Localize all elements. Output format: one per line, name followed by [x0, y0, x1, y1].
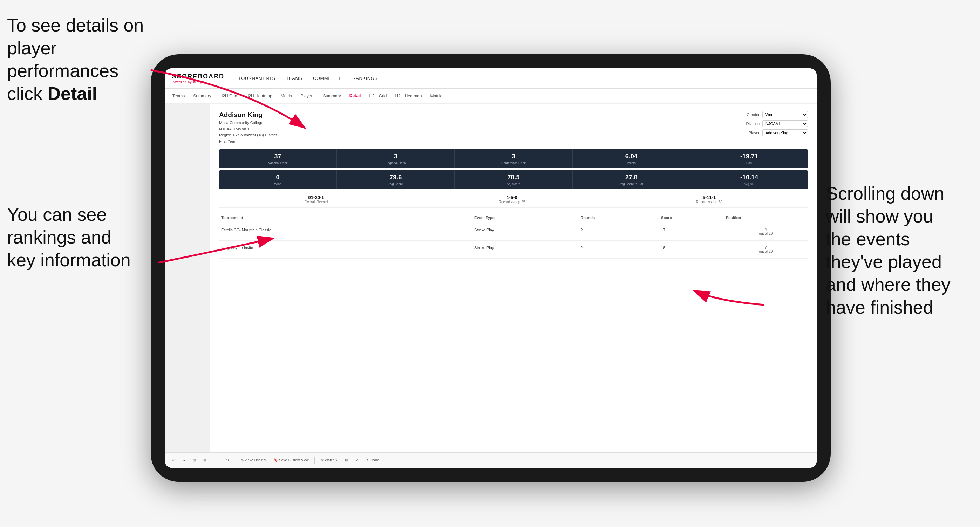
stat-conference-rank-label: Conference Rank	[457, 161, 569, 165]
stat-national-rank-value: 37	[222, 153, 334, 160]
save-custom-view-button[interactable]: 🔖 Save Custom View	[272, 457, 310, 463]
player-select[interactable]: Addison King	[762, 129, 808, 136]
event-type-2: Stroke Play	[472, 241, 578, 259]
fullscreen-button[interactable]: ⤢	[353, 457, 360, 463]
stat-avg-sg-label: Avg SG	[693, 182, 805, 186]
stat-wins-label: Wins	[222, 182, 334, 186]
sub-nav: Teams Summary H2H Grid H2H Heatmap Matri…	[165, 89, 817, 104]
record-overall-label: Overall Record	[305, 200, 328, 204]
tab-matrix[interactable]: Matrix	[280, 92, 293, 100]
tab-detail[interactable]: Detail	[349, 92, 362, 100]
player-label: Player	[740, 131, 759, 135]
main-panel: Addison King Mesa Community College NJCA…	[210, 104, 817, 452]
stat-points-label: Points	[576, 161, 687, 165]
nav-committee[interactable]: COMMITTEE	[313, 74, 342, 83]
col-tournament: Tournament	[219, 213, 454, 223]
annotation-topleft: To see details on player performances cl…	[7, 14, 154, 105]
position-1: 4 out of 20	[724, 223, 808, 241]
tab-h2h-grid[interactable]: H2H Grid	[219, 92, 238, 100]
tab-h2h-grid2[interactable]: H2H Grid	[368, 92, 387, 100]
annotation-bottomleft: You can see rankings and key information	[7, 203, 140, 271]
watch-button[interactable]: 👁 Watch ▾	[318, 457, 340, 463]
position-2: 7 out of 20	[724, 241, 808, 259]
rounds-2: 2	[578, 241, 659, 259]
separator-1	[235, 457, 235, 464]
stat-avg-sg-value: -10.14	[693, 174, 805, 181]
tool-btn-1[interactable]: ⊡	[191, 457, 198, 463]
tab-h2h-heatmap[interactable]: H2H Heatmap	[245, 92, 273, 100]
rounds-1: 2	[578, 223, 659, 241]
nav-teams[interactable]: TEAMS	[286, 74, 302, 83]
nav-tournaments[interactable]: TOURNAMENTS	[238, 74, 275, 83]
record-top50: 5-11-1 Record vs top 50	[696, 195, 723, 204]
score-1: 17	[659, 223, 724, 241]
tool-btn-3[interactable]: −+	[212, 457, 220, 463]
player-region: Region 1 - Southwest (18) District	[219, 132, 277, 138]
tab-players[interactable]: Players	[300, 92, 315, 100]
gender-control: Gender Women Men	[740, 111, 808, 118]
tab-teams[interactable]: Teams	[172, 92, 185, 100]
col-empty	[454, 213, 472, 223]
logo-sub: Powered by clippd	[172, 80, 224, 84]
nav-rankings[interactable]: RANKINGS	[352, 74, 377, 83]
player-header: Addison King Mesa Community College NJCA…	[219, 111, 808, 144]
gender-label: Gender	[740, 113, 759, 117]
nav-items: TOURNAMENTS TEAMS COMMITTEE RANKINGS	[238, 74, 377, 83]
records-row: 91-20-1 Overall Record 1-5-0 Record vs t…	[219, 191, 808, 208]
stat-sos-value: -19.71	[693, 153, 805, 160]
bottom-toolbar: ↩ ↪ ⊡ ⊞ −+ ⏱ ⊙ View: Original 🔖 Save Cus…	[165, 452, 817, 468]
record-top25: 1-5-0 Record vs top 25	[499, 195, 525, 204]
player-controls: Gender Women Men Division NJCAA I NJCAA …	[740, 111, 808, 136]
stat-wins: 0 Wins	[219, 170, 337, 189]
stat-points-value: 6.04	[576, 153, 687, 160]
stat-avg-score-par: 27.8 Avg Score to Par	[573, 170, 690, 189]
player-name: Addison King	[219, 111, 277, 119]
logo-area: SCOREBOARD Powered by clippd	[172, 73, 224, 84]
stat-adj-score-label: Adj Score	[457, 182, 569, 186]
tool-btn-2[interactable]: ⊞	[201, 457, 208, 463]
tablet-frame: SCOREBOARD Powered by clippd TOURNAMENTS…	[151, 54, 831, 482]
undo-button[interactable]: ↩	[170, 457, 177, 463]
score-2: 16	[659, 241, 724, 259]
tab-summary2[interactable]: Summary	[322, 92, 341, 100]
share-button[interactable]: ↗ Share	[364, 457, 381, 463]
player-info: Addison King Mesa Community College NJCA…	[219, 111, 277, 144]
redo-button[interactable]: ↪	[180, 457, 187, 463]
tab-matrix2[interactable]: Matrix	[430, 92, 443, 100]
content-area: Addison King Mesa Community College NJCA…	[165, 104, 817, 452]
stat-national-rank: 37 National Rank	[219, 149, 337, 168]
player-control: Player Addison King	[740, 129, 808, 136]
left-sidebar	[165, 104, 210, 452]
stat-sos-label: SoS	[693, 161, 805, 165]
record-overall: 91-20-1 Overall Record	[305, 195, 328, 204]
col-position: Position	[724, 213, 808, 223]
tool-btn-5[interactable]: ⊡	[343, 457, 350, 463]
separator-2	[314, 457, 315, 464]
annotation-bottomright: Scrolling down will show you the events …	[826, 182, 973, 319]
stat-avg-score-par-label: Avg Score to Par	[576, 182, 687, 186]
gender-select[interactable]: Women Men	[762, 111, 808, 118]
record-overall-value: 91-20-1	[305, 195, 328, 200]
tool-btn-4[interactable]: ⏱	[224, 457, 231, 463]
stat-wins-value: 0	[222, 174, 334, 181]
player-college: Mesa Community College	[219, 120, 277, 126]
stat-regional-rank-label: Regional Rank	[340, 161, 452, 165]
stat-sos: -19.71 SoS	[690, 149, 808, 168]
tab-h2h-heatmap2[interactable]: H2H Heatmap	[394, 92, 422, 100]
division-select[interactable]: NJCAA I NJCAA II	[762, 120, 808, 127]
player-division: NJCAA Division 1	[219, 126, 277, 132]
stat-conference-rank-value: 3	[457, 153, 569, 160]
record-top50-label: Record vs top 50	[696, 200, 723, 204]
col-event-type: Event Type	[472, 213, 578, 223]
stat-regional-rank: 3 Regional Rank	[337, 149, 455, 168]
view-original-button[interactable]: ⊙ View: Original	[239, 457, 269, 463]
stat-conference-rank: 3 Conference Rank	[455, 149, 573, 168]
stat-avg-score: 79.6 Avg Score	[337, 170, 455, 189]
tab-summary[interactable]: Summary	[192, 92, 212, 100]
tournament-name-1: Estella CC- Mountain Classic	[219, 223, 454, 241]
division-label: Division	[740, 122, 759, 126]
stat-national-rank-label: National Rank	[222, 161, 334, 165]
col-score: Score	[659, 213, 724, 223]
top-nav: SCOREBOARD Powered by clippd TOURNAMENTS…	[165, 68, 817, 89]
stat-regional-rank-value: 3	[340, 153, 452, 160]
